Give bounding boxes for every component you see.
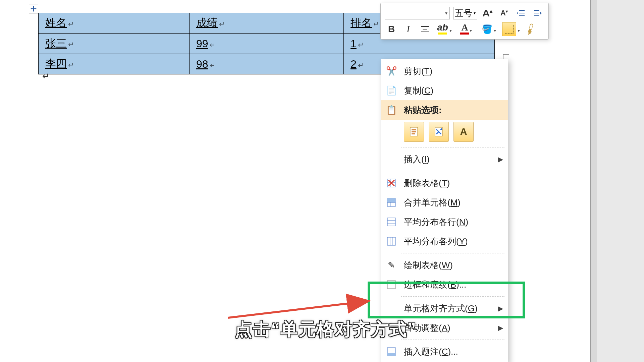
copy-icon: 📄 <box>384 83 399 98</box>
menu-cut[interactable]: ✂️ 剪切(T) <box>381 61 508 81</box>
borders-icon <box>384 277 399 292</box>
increase-indent-button[interactable] <box>531 6 544 20</box>
menu-borders-shading[interactable]: 边框和底纹(B)... <box>381 275 508 294</box>
brush-icon: 🖌 <box>523 22 538 37</box>
bold-button[interactable]: B <box>385 22 398 36</box>
menu-delete-table[interactable]: 删除表格(T) <box>381 173 508 193</box>
table-cell[interactable]: 张三 <box>39 34 190 54</box>
table-cell[interactable]: 99 <box>190 34 344 54</box>
menu-insert-caption[interactable]: 插入题注(C)... <box>381 342 508 361</box>
svg-rect-10 <box>387 281 395 289</box>
svg-rect-1 <box>412 129 416 130</box>
grow-font-button[interactable]: A▴ <box>481 6 494 20</box>
scissors-icon: ✂️ <box>384 63 399 79</box>
menu-draw-table[interactable]: ✎ 绘制表格(W) <box>381 255 508 275</box>
table-header-cell[interactable]: 成绩 <box>190 13 344 34</box>
font-color-button[interactable]: A <box>457 22 476 36</box>
menu-cell-alignment[interactable]: 单元格对齐方式(G) ▶ <box>381 299 508 318</box>
svg-rect-2 <box>412 131 416 132</box>
table-cell[interactable]: 98 <box>190 54 344 74</box>
caption-icon <box>384 344 399 359</box>
distribute-rows-icon <box>384 214 399 230</box>
svg-rect-12 <box>387 353 395 356</box>
menu-distribute-rows[interactable]: 平均分布各行(N) <box>381 212 508 232</box>
header-score: 成绩 <box>196 17 225 29</box>
menu-distribute-cols[interactable]: 平均分布各列(Y) <box>381 232 508 251</box>
annotation-arrow <box>225 274 382 321</box>
menu-insert[interactable]: 插入(I) ▶ <box>381 149 508 169</box>
delete-table-icon <box>384 175 399 191</box>
svg-line-13 <box>228 301 369 318</box>
menu-paste-heading: 📋 粘贴选项: <box>381 100 508 120</box>
svg-rect-8 <box>387 218 395 226</box>
font-name-select[interactable] <box>385 7 450 19</box>
highlight-color-button[interactable]: ab <box>435 22 454 36</box>
shading-button[interactable]: 🪣 <box>479 22 498 36</box>
menu-copy[interactable]: 📄 复制(C) <box>381 81 508 100</box>
paste-options: A <box>381 120 508 145</box>
chevron-right-icon: ▶ <box>498 155 503 163</box>
decrease-indent-button[interactable] <box>514 6 528 20</box>
paste-keep-source-button[interactable] <box>404 122 424 142</box>
font-size-select[interactable]: 五号▾ <box>453 7 477 19</box>
paint-bucket-icon: 🪣 <box>482 24 492 35</box>
svg-rect-7 <box>387 198 395 202</box>
right-gutter <box>590 0 644 362</box>
table-move-handle-icon[interactable] <box>29 4 38 13</box>
clipboard-icon: 📋 <box>384 102 399 118</box>
distribute-cols-icon <box>384 234 399 249</box>
font-color-swatch <box>460 33 469 35</box>
svg-rect-3 <box>412 133 415 134</box>
highlight-swatch <box>438 33 447 35</box>
svg-rect-9 <box>387 237 395 245</box>
shrink-font-button[interactable]: A▾ <box>497 6 511 20</box>
mini-toolbar: 五号▾ A▴ A▾ B I ab <box>380 3 549 40</box>
chevron-right-icon: ▶ <box>498 324 503 332</box>
table-cell[interactable]: 李四 <box>39 54 190 74</box>
menu-merge-cells[interactable]: 合并单元格(M) <box>381 193 508 212</box>
chevron-right-icon: ▶ <box>498 304 503 312</box>
merge-cells-icon <box>384 195 399 210</box>
italic-button[interactable]: I <box>401 22 415 36</box>
paste-text-only-button[interactable]: A <box>453 122 474 142</box>
pencil-icon: ✎ <box>384 257 399 273</box>
annotation-caption: 点击“单元格对齐方式” <box>235 318 417 341</box>
paste-merge-button[interactable] <box>429 122 449 142</box>
table-context-menu: ✂️ 剪切(T) 📄 复制(C) 📋 粘贴选项: A <box>381 59 508 362</box>
borders-button[interactable] <box>501 22 520 36</box>
header-name: 姓名 <box>45 17 74 29</box>
format-painter-button[interactable]: 🖌 <box>524 22 537 36</box>
header-rank: 排名 <box>351 17 379 29</box>
align-center-button[interactable] <box>418 22 432 36</box>
document-canvas[interactable]: 姓名 成绩 排名 张三 99 1 李四 98 2 ↵ ↖ <box>0 0 644 362</box>
table-header-cell[interactable]: 姓名 <box>39 13 190 34</box>
font-size-label: 五号 <box>455 7 472 19</box>
paragraph-mark: ↵ <box>42 71 50 81</box>
